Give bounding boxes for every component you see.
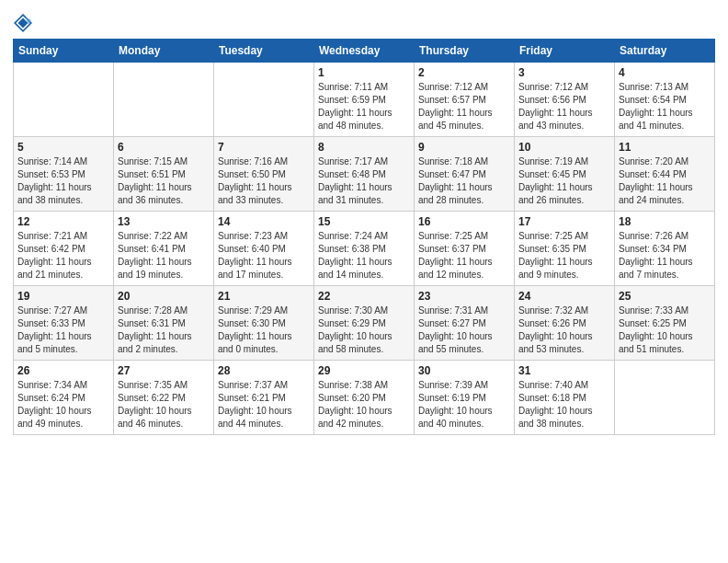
day-number: 8 bbox=[318, 141, 410, 154]
weekday-header-wednesday: Wednesday bbox=[314, 40, 415, 63]
calendar-cell: 27Sunrise: 7:35 AMSunset: 6:22 PMDayligh… bbox=[114, 361, 214, 435]
day-number: 18 bbox=[619, 215, 711, 228]
day-info: Sunrise: 7:12 AMSunset: 6:56 PMDaylight:… bbox=[518, 81, 610, 132]
day-number: 26 bbox=[17, 364, 109, 377]
day-info: Sunrise: 7:13 AMSunset: 6:54 PMDaylight:… bbox=[619, 81, 711, 132]
calendar-cell: 12Sunrise: 7:21 AMSunset: 6:42 PMDayligh… bbox=[14, 212, 114, 286]
weekday-header-monday: Monday bbox=[114, 40, 214, 63]
calendar-week-2: 5Sunrise: 7:14 AMSunset: 6:53 PMDaylight… bbox=[14, 137, 715, 212]
calendar-cell bbox=[615, 361, 715, 435]
day-info: Sunrise: 7:34 AMSunset: 6:24 PMDaylight:… bbox=[17, 379, 109, 431]
day-number: 16 bbox=[418, 215, 510, 228]
calendar-cell bbox=[214, 63, 314, 137]
day-info: Sunrise: 7:19 AMSunset: 6:45 PMDaylight:… bbox=[518, 155, 610, 207]
calendar-cell: 10Sunrise: 7:19 AMSunset: 6:45 PMDayligh… bbox=[515, 137, 615, 212]
weekday-header-row: SundayMondayTuesdayWednesdayThursdayFrid… bbox=[14, 40, 715, 63]
day-info: Sunrise: 7:17 AMSunset: 6:48 PMDaylight:… bbox=[318, 155, 410, 207]
page-container: SundayMondayTuesdayWednesdayThursdayFrid… bbox=[0, 0, 728, 444]
calendar-body: 1Sunrise: 7:11 AMSunset: 6:59 PMDaylight… bbox=[14, 63, 715, 435]
weekday-header-thursday: Thursday bbox=[415, 40, 515, 63]
day-number: 13 bbox=[118, 215, 210, 228]
weekday-header-saturday: Saturday bbox=[615, 40, 715, 63]
day-number: 12 bbox=[17, 215, 109, 228]
calendar-cell: 4Sunrise: 7:13 AMSunset: 6:54 PMDaylight… bbox=[615, 63, 715, 137]
day-info: Sunrise: 7:27 AMSunset: 6:33 PMDaylight:… bbox=[17, 304, 109, 356]
day-info: Sunrise: 7:28 AMSunset: 6:31 PMDaylight:… bbox=[118, 304, 210, 356]
day-info: Sunrise: 7:37 AMSunset: 6:21 PMDaylight:… bbox=[218, 379, 310, 431]
day-number: 20 bbox=[118, 290, 210, 303]
calendar-cell: 7Sunrise: 7:16 AMSunset: 6:50 PMDaylight… bbox=[214, 137, 314, 212]
calendar-cell: 3Sunrise: 7:12 AMSunset: 6:56 PMDaylight… bbox=[515, 63, 615, 137]
day-info: Sunrise: 7:15 AMSunset: 6:51 PMDaylight:… bbox=[118, 155, 210, 207]
day-info: Sunrise: 7:23 AMSunset: 6:40 PMDaylight:… bbox=[218, 230, 310, 282]
calendar-cell: 24Sunrise: 7:32 AMSunset: 6:26 PMDayligh… bbox=[515, 286, 615, 361]
day-info: Sunrise: 7:16 AMSunset: 6:50 PMDaylight:… bbox=[218, 155, 310, 207]
calendar-header: SundayMondayTuesdayWednesdayThursdayFrid… bbox=[14, 40, 715, 63]
day-number: 19 bbox=[17, 290, 109, 303]
calendar-week-1: 1Sunrise: 7:11 AMSunset: 6:59 PMDaylight… bbox=[14, 63, 715, 137]
day-number: 25 bbox=[619, 290, 711, 303]
calendar-cell: 18Sunrise: 7:26 AMSunset: 6:34 PMDayligh… bbox=[615, 212, 715, 286]
calendar-cell: 11Sunrise: 7:20 AMSunset: 6:44 PMDayligh… bbox=[615, 137, 715, 212]
day-info: Sunrise: 7:29 AMSunset: 6:30 PMDaylight:… bbox=[218, 304, 310, 356]
day-info: Sunrise: 7:30 AMSunset: 6:29 PMDaylight:… bbox=[318, 304, 410, 356]
calendar-week-5: 26Sunrise: 7:34 AMSunset: 6:24 PMDayligh… bbox=[14, 361, 715, 435]
calendar-cell: 17Sunrise: 7:25 AMSunset: 6:35 PMDayligh… bbox=[515, 212, 615, 286]
day-info: Sunrise: 7:12 AMSunset: 6:57 PMDaylight:… bbox=[418, 81, 510, 132]
day-info: Sunrise: 7:32 AMSunset: 6:26 PMDaylight:… bbox=[518, 304, 610, 356]
calendar-cell: 28Sunrise: 7:37 AMSunset: 6:21 PMDayligh… bbox=[214, 361, 314, 435]
day-info: Sunrise: 7:25 AMSunset: 6:35 PMDaylight:… bbox=[518, 230, 610, 282]
day-info: Sunrise: 7:26 AMSunset: 6:34 PMDaylight:… bbox=[619, 230, 711, 282]
header-row bbox=[13, 9, 715, 33]
day-number: 2 bbox=[418, 66, 510, 79]
calendar-cell: 29Sunrise: 7:38 AMSunset: 6:20 PMDayligh… bbox=[314, 361, 415, 435]
calendar-cell: 20Sunrise: 7:28 AMSunset: 6:31 PMDayligh… bbox=[114, 286, 214, 361]
calendar-cell: 19Sunrise: 7:27 AMSunset: 6:33 PMDayligh… bbox=[14, 286, 114, 361]
calendar-cell bbox=[14, 63, 114, 137]
day-info: Sunrise: 7:25 AMSunset: 6:37 PMDaylight:… bbox=[418, 230, 510, 282]
calendar-cell: 5Sunrise: 7:14 AMSunset: 6:53 PMDaylight… bbox=[14, 137, 114, 212]
day-info: Sunrise: 7:40 AMSunset: 6:18 PMDaylight:… bbox=[518, 379, 610, 431]
calendar-cell: 13Sunrise: 7:22 AMSunset: 6:41 PMDayligh… bbox=[114, 212, 214, 286]
day-number: 5 bbox=[17, 141, 109, 154]
day-info: Sunrise: 7:11 AMSunset: 6:59 PMDaylight:… bbox=[318, 81, 410, 132]
calendar-week-3: 12Sunrise: 7:21 AMSunset: 6:42 PMDayligh… bbox=[14, 212, 715, 286]
day-number: 11 bbox=[619, 141, 711, 154]
day-info: Sunrise: 7:31 AMSunset: 6:27 PMDaylight:… bbox=[418, 304, 510, 356]
day-number: 7 bbox=[218, 141, 310, 154]
weekday-header-friday: Friday bbox=[515, 40, 615, 63]
day-number: 3 bbox=[518, 66, 610, 79]
calendar-cell: 6Sunrise: 7:15 AMSunset: 6:51 PMDaylight… bbox=[114, 137, 214, 212]
day-info: Sunrise: 7:21 AMSunset: 6:42 PMDaylight:… bbox=[17, 230, 109, 282]
day-number: 10 bbox=[518, 141, 610, 154]
weekday-header-sunday: Sunday bbox=[14, 40, 114, 63]
day-number: 29 bbox=[318, 364, 410, 377]
day-number: 30 bbox=[418, 364, 510, 377]
day-number: 21 bbox=[218, 290, 310, 303]
day-number: 14 bbox=[218, 215, 310, 228]
calendar-cell: 25Sunrise: 7:33 AMSunset: 6:25 PMDayligh… bbox=[615, 286, 715, 361]
weekday-header-tuesday: Tuesday bbox=[214, 40, 314, 63]
day-number: 28 bbox=[218, 364, 310, 377]
day-number: 1 bbox=[318, 66, 410, 79]
day-number: 27 bbox=[118, 364, 210, 377]
calendar-cell: 23Sunrise: 7:31 AMSunset: 6:27 PMDayligh… bbox=[415, 286, 515, 361]
logo bbox=[13, 13, 35, 33]
calendar-cell: 30Sunrise: 7:39 AMSunset: 6:19 PMDayligh… bbox=[415, 361, 515, 435]
day-info: Sunrise: 7:20 AMSunset: 6:44 PMDaylight:… bbox=[619, 155, 711, 207]
day-info: Sunrise: 7:39 AMSunset: 6:19 PMDaylight:… bbox=[418, 379, 510, 431]
calendar-cell: 22Sunrise: 7:30 AMSunset: 6:29 PMDayligh… bbox=[314, 286, 415, 361]
calendar-cell: 1Sunrise: 7:11 AMSunset: 6:59 PMDaylight… bbox=[314, 63, 415, 137]
day-number: 9 bbox=[418, 141, 510, 154]
day-info: Sunrise: 7:33 AMSunset: 6:25 PMDaylight:… bbox=[619, 304, 711, 356]
day-info: Sunrise: 7:14 AMSunset: 6:53 PMDaylight:… bbox=[17, 155, 109, 207]
day-info: Sunrise: 7:35 AMSunset: 6:22 PMDaylight:… bbox=[118, 379, 210, 431]
calendar-cell: 21Sunrise: 7:29 AMSunset: 6:30 PMDayligh… bbox=[214, 286, 314, 361]
day-number: 17 bbox=[518, 215, 610, 228]
day-number: 4 bbox=[619, 66, 711, 79]
day-number: 31 bbox=[518, 364, 610, 377]
calendar-table: SundayMondayTuesdayWednesdayThursdayFrid… bbox=[13, 39, 715, 435]
day-info: Sunrise: 7:18 AMSunset: 6:47 PMDaylight:… bbox=[418, 155, 510, 207]
calendar-cell: 26Sunrise: 7:34 AMSunset: 6:24 PMDayligh… bbox=[14, 361, 114, 435]
calendar-cell: 16Sunrise: 7:25 AMSunset: 6:37 PMDayligh… bbox=[415, 212, 515, 286]
